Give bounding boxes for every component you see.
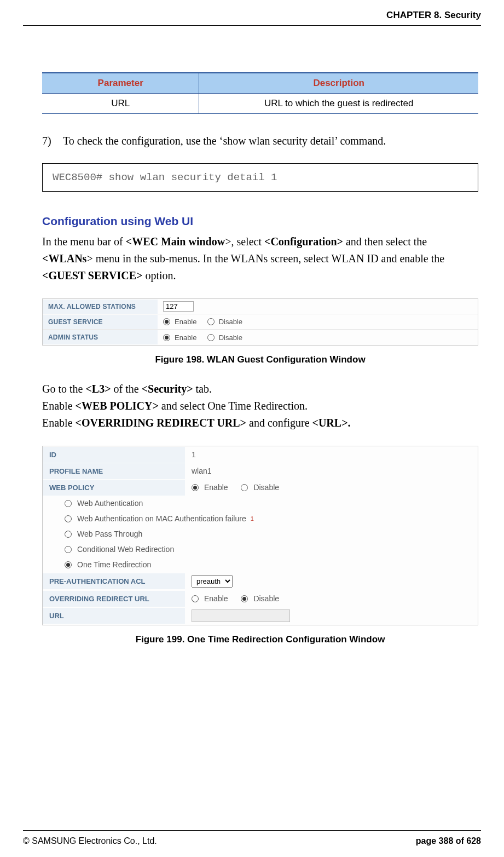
figure-198-mock: MAX. ALLOWED STATIONS GUEST SERVICE Enab… <box>42 298 478 346</box>
field-value: preauth <box>185 572 478 590</box>
figure-row: OVERRIDING REDIRECT URL Enable Disable <box>43 590 478 607</box>
figure-row: PRE-AUTHENTICATION ACL preauth <box>43 572 478 590</box>
field-label: GUEST SERVICE <box>43 315 158 329</box>
field-value: Enable Disable <box>185 480 478 494</box>
field-value: Enable Disable <box>158 315 478 328</box>
radio-icon[interactable] <box>65 500 72 507</box>
figure-row: ID 1 <box>43 446 478 463</box>
param-header: Parameter <box>42 73 199 94</box>
radio-icon[interactable] <box>241 595 248 602</box>
field-value: Enable Disable <box>185 591 478 606</box>
radio-icon[interactable] <box>65 561 72 568</box>
step-number: 7) <box>42 133 63 149</box>
parameter-table: Parameter Description URL URL to which t… <box>42 72 478 114</box>
figure-row: URL <box>43 607 478 625</box>
paragraph-1: In the menu bar of <WEC Main window>, se… <box>42 233 478 284</box>
figure-row: ADMIN STATUS Enable Disable <box>43 330 478 345</box>
radio-icon[interactable] <box>163 334 170 341</box>
figure-198-caption: Figure 198. WLAN Guest Configuration Win… <box>42 354 478 365</box>
web-policy-option[interactable]: One Time Redirection <box>43 557 478 572</box>
field-label: URL <box>43 608 185 624</box>
field-label: MAX. ALLOWED STATIONS <box>43 300 158 314</box>
radio-icon[interactable] <box>207 334 215 341</box>
page-number: page 388 of 628 <box>416 836 481 846</box>
step-7: 7) To check the configuration, use the ‘… <box>42 133 478 149</box>
web-policy-option[interactable]: Web Pass Through <box>43 526 478 542</box>
field-label: PRE-AUTHENTICATION ACL <box>43 573 185 589</box>
field-label: WEB POLICY <box>43 480 185 496</box>
figure-row: PROFILE NAME wlan1 <box>43 463 478 479</box>
radio-icon[interactable] <box>207 318 215 325</box>
radio-icon[interactable] <box>241 484 248 491</box>
radio-icon[interactable] <box>65 531 72 538</box>
field-label: ADMIN STATUS <box>43 330 158 344</box>
radio-icon[interactable] <box>65 546 72 553</box>
web-policy-option[interactable]: Web Authentication on MAC Authentication… <box>43 511 478 526</box>
param-cell: URL <box>42 94 199 114</box>
field-value: wlan1 <box>185 464 478 478</box>
paragraph-2: Go to the <L3> of the <Security> tab. En… <box>42 381 478 432</box>
radio-icon[interactable] <box>163 318 170 325</box>
cli-code-block: WEC8500# show wlan security detail 1 <box>42 163 478 192</box>
figure-199-caption: Figure 199. One Time Redirection Configu… <box>42 634 478 645</box>
url-input <box>192 609 290 622</box>
max-stations-input[interactable] <box>163 301 194 312</box>
radio-icon[interactable] <box>65 515 72 522</box>
field-label: PROFILE NAME <box>43 463 185 479</box>
running-header: CHAPTER 8. Security <box>23 0 481 26</box>
field-value <box>185 607 478 625</box>
section-heading: Configuration using Web UI <box>42 215 478 228</box>
field-label: OVERRIDING REDIRECT URL <box>43 591 185 607</box>
figure-row: WEB POLICY Enable Disable <box>43 479 478 496</box>
field-label: ID <box>43 447 185 463</box>
field-value: 1 <box>185 447 478 462</box>
field-value <box>158 299 478 314</box>
desc-header: Description <box>199 73 478 94</box>
step-text: To check the configuration, use the ‘sho… <box>63 133 386 149</box>
page-footer: © SAMSUNG Electronics Co., Ltd. page 388… <box>23 830 481 846</box>
preauth-select[interactable]: preauth <box>192 575 233 588</box>
footnote-marker: 1 <box>251 515 254 522</box>
radio-icon[interactable] <box>192 595 199 602</box>
table-row: URL URL to which the guest is redirected <box>42 94 478 114</box>
figure-row: GUEST SERVICE Enable Disable <box>43 314 478 330</box>
web-policy-option[interactable]: Web Authentication <box>43 496 478 511</box>
web-policy-option[interactable]: Conditional Web Redirection <box>43 542 478 557</box>
copyright: © SAMSUNG Electronics Co., Ltd. <box>23 836 157 846</box>
figure-199-mock: ID 1 PROFILE NAME wlan1 WEB POLICY Enabl… <box>42 446 478 625</box>
field-value: Enable Disable <box>158 331 478 344</box>
table-row: Parameter Description <box>42 73 478 94</box>
radio-icon[interactable] <box>192 484 199 491</box>
figure-row: MAX. ALLOWED STATIONS <box>43 299 478 314</box>
page-body: Parameter Description URL URL to which t… <box>23 26 481 645</box>
desc-cell: URL to which the guest is redirected <box>199 94 478 114</box>
